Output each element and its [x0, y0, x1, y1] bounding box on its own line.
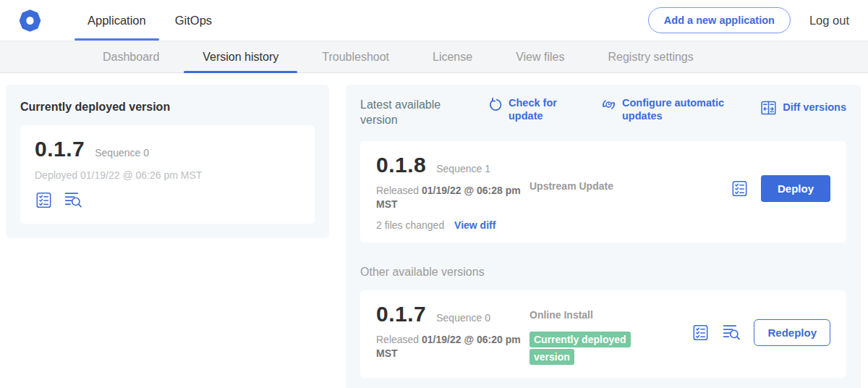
current-version-deployed-timestamp: Deployed 01/19/22 @ 06:26 pm MST [35, 169, 300, 181]
preflight-checklist-icon[interactable] [731, 180, 749, 198]
app-logo[interactable] [19, 0, 41, 41]
tab-view-files-label: View files [516, 51, 564, 64]
other-version-card: 0.1.7 Sequence 0 Released 01/19/22 @ 06:… [360, 290, 846, 378]
latest-version-info: 0.1.8 Sequence 1 Released 01/19/22 @ 06:… [376, 153, 529, 231]
tab-troubleshoot-label: Troubleshoot [322, 51, 389, 64]
online-install-label: Online Install [529, 309, 593, 321]
configure-automatic-updates-label: Configure automatic updates [622, 96, 739, 122]
top-tab-gitops-label: GitOps [175, 14, 212, 28]
current-version-number: 0.1.7 [35, 137, 85, 161]
version-history-page: Currently deployed version 0.1.7 Sequenc… [0, 73, 868, 388]
other-version-info: 0.1.7 Sequence 0 Released 01/19/22 @ 06:… [376, 302, 529, 361]
top-tab-gitops[interactable]: GitOps [161, 0, 226, 41]
latest-version-sequence: Sequence 1 [436, 163, 490, 174]
tab-registry-settings[interactable]: Registry settings [586, 41, 715, 72]
latest-version-number: 0.1.8 [376, 153, 426, 177]
tab-version-history-label: Version history [203, 51, 278, 64]
top-nav-right: Add a new application Log out [648, 0, 849, 41]
diff-versions-label: Diff versions [783, 101, 846, 114]
latest-version-card: 0.1.8 Sequence 1 Released 01/19/22 @ 06:… [360, 141, 846, 242]
currently-deployed-title: Currently deployed version [20, 101, 315, 114]
other-version-sequence: Sequence 0 [436, 312, 490, 324]
currently-deployed-panel: Currently deployed version 0.1.7 Sequenc… [6, 85, 329, 238]
app-sub-nav: Dashboard Version history Troubleshoot L… [0, 41, 868, 73]
tab-dashboard[interactable]: Dashboard [81, 41, 181, 72]
app-logo-heptagon-icon [19, 9, 41, 32]
logout-link[interactable]: Log out [809, 14, 849, 28]
latest-version-source: Upstream Update [529, 153, 731, 193]
top-tab-application-label: Application [88, 14, 146, 28]
currently-deployed-card: 0.1.7 Sequence 0 Deployed 01/19/22 @ 06:… [20, 125, 315, 224]
upstream-update-label: Upstream Update [529, 180, 613, 192]
available-updates-panel: Latest available version Check for updat… [346, 85, 861, 388]
currently-deployed-badge: Currently deployed version [529, 332, 631, 366]
diff-columns-icon [760, 100, 777, 116]
current-version-row: 0.1.7 Sequence 0 [35, 137, 300, 161]
redeploy-button[interactable]: Redeploy [754, 319, 830, 346]
files-changed-text: 2 files changed [376, 219, 444, 231]
preflight-checklist-icon[interactable] [692, 324, 710, 342]
tab-version-history[interactable]: Version history [181, 41, 300, 72]
other-version-released: Released 01/19/22 @ 06:20 pm MST [376, 333, 521, 361]
check-for-update-link[interactable]: Check for update [488, 96, 563, 122]
current-version-sequence: Sequence 0 [95, 147, 149, 159]
configure-automatic-updates-link[interactable]: Configure automatic updates [601, 96, 739, 122]
released-prefix: Released [376, 185, 422, 196]
deploy-logs-search-icon[interactable] [64, 191, 83, 209]
auto-update-clock-icon [601, 97, 616, 112]
tab-license-label: License [433, 51, 472, 64]
released-prefix: Released [376, 334, 422, 345]
other-version-number: 0.1.7 [376, 302, 426, 326]
other-available-versions-heading: Other available versions [360, 266, 846, 279]
preflight-checklist-icon[interactable] [35, 191, 53, 209]
refresh-arrow-icon [488, 97, 503, 112]
latest-version-files-changed-row: 2 files changed View diff [376, 219, 529, 231]
view-diff-link[interactable]: View diff [454, 219, 495, 231]
tab-license[interactable]: License [411, 41, 494, 72]
tab-troubleshoot[interactable]: Troubleshoot [300, 41, 411, 72]
deploy-button[interactable]: Deploy [761, 175, 830, 202]
other-version-row: 0.1.7 Sequence 0 [376, 302, 529, 326]
top-tab-application[interactable]: Application [73, 0, 161, 41]
top-nav: Application GitOps Add a new application… [0, 0, 868, 41]
badge-wrap: Currently deployed version [529, 331, 656, 366]
check-for-update-label: Check for update [509, 96, 563, 122]
tab-dashboard-label: Dashboard [103, 51, 159, 64]
diff-versions-link[interactable]: Diff versions [760, 96, 846, 116]
add-new-application-button[interactable]: Add a new application [648, 7, 791, 33]
other-version-actions: Redeploy [692, 302, 830, 346]
latest-available-title: Latest available version [360, 96, 476, 128]
other-version-source: Online Install Currently deployed versio… [529, 302, 656, 366]
latest-version-actions: Deploy [731, 153, 830, 202]
available-updates-header: Latest available version Check for updat… [360, 96, 846, 128]
latest-version-row: 0.1.8 Sequence 1 [376, 153, 529, 177]
tab-view-files[interactable]: View files [494, 41, 586, 72]
latest-version-released: Released 01/19/22 @ 06:28 pm MST [376, 184, 521, 212]
current-version-actions [35, 191, 300, 209]
deploy-logs-search-icon[interactable] [722, 324, 741, 342]
tab-registry-settings-label: Registry settings [608, 51, 693, 64]
